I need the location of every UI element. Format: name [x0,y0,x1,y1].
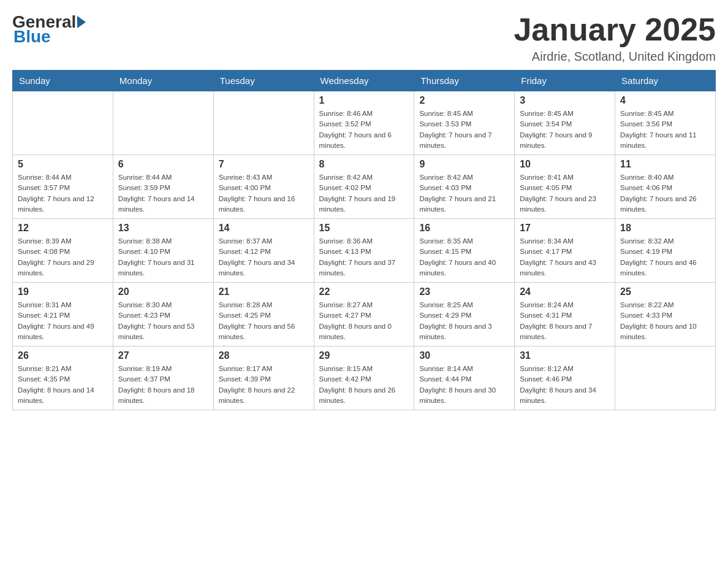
day-info: Sunrise: 8:37 AMSunset: 4:12 PMDaylight:… [219,236,309,278]
day-info: Sunrise: 8:44 AMSunset: 3:57 PMDaylight:… [18,172,108,215]
calendar-empty-cell [13,91,113,155]
calendar-day-25: 25Sunrise: 8:22 AMSunset: 4:33 PMDayligh… [615,283,716,347]
calendar-day-11: 11Sunrise: 8:40 AMSunset: 4:06 PMDayligh… [615,155,716,219]
day-info: Sunrise: 8:15 AMSunset: 4:42 PMDaylight:… [319,364,409,406]
calendar-day-6: 6Sunrise: 8:44 AMSunset: 3:59 PMDaylight… [113,155,213,219]
calendar-day-18: 18Sunrise: 8:32 AMSunset: 4:19 PMDayligh… [615,219,716,283]
calendar-day-1: 1Sunrise: 8:46 AMSunset: 3:52 PMDaylight… [314,91,414,155]
day-number: 9 [419,159,509,170]
day-number: 15 [319,223,409,234]
calendar-day-4: 4Sunrise: 8:45 AMSunset: 3:56 PMDaylight… [615,91,716,155]
day-number: 7 [219,159,309,170]
calendar-day-3: 3Sunrise: 8:45 AMSunset: 3:54 PMDaylight… [515,91,615,155]
calendar-day-9: 9Sunrise: 8:42 AMSunset: 4:03 PMDaylight… [414,155,515,219]
calendar-table: SundayMondayTuesdayWednesdayThursdayFrid… [12,70,716,410]
calendar-week-row: 19Sunrise: 8:31 AMSunset: 4:21 PMDayligh… [13,283,716,347]
day-info: Sunrise: 8:43 AMSunset: 4:00 PMDaylight:… [219,172,309,215]
day-number: 29 [319,350,409,361]
day-info: Sunrise: 8:41 AMSunset: 4:05 PMDaylight:… [520,172,610,215]
calendar-day-5: 5Sunrise: 8:44 AMSunset: 3:57 PMDaylight… [13,155,113,219]
day-info: Sunrise: 8:35 AMSunset: 4:15 PMDaylight:… [419,236,509,278]
day-number: 13 [118,223,208,234]
location-text: Airdrie, Scotland, United Kingdom [514,50,716,64]
day-info: Sunrise: 8:31 AMSunset: 4:21 PMDaylight:… [18,300,108,342]
calendar-day-23: 23Sunrise: 8:25 AMSunset: 4:29 PMDayligh… [414,283,515,347]
day-info: Sunrise: 8:28 AMSunset: 4:25 PMDaylight:… [219,300,309,342]
day-info: Sunrise: 8:22 AMSunset: 4:33 PMDaylight:… [620,300,710,342]
day-info: Sunrise: 8:32 AMSunset: 4:19 PMDaylight:… [620,236,710,278]
calendar-week-row: 5Sunrise: 8:44 AMSunset: 3:57 PMDaylight… [13,155,716,219]
day-number: 14 [219,223,309,234]
day-info: Sunrise: 8:45 AMSunset: 3:53 PMDaylight:… [419,109,509,151]
calendar-day-15: 15Sunrise: 8:36 AMSunset: 4:13 PMDayligh… [314,219,414,283]
day-number: 23 [419,286,509,297]
day-number: 11 [620,159,710,170]
calendar-day-28: 28Sunrise: 8:17 AMSunset: 4:39 PMDayligh… [213,347,314,410]
day-number: 18 [620,223,710,234]
calendar-day-10: 10Sunrise: 8:41 AMSunset: 4:05 PMDayligh… [515,155,615,219]
day-info: Sunrise: 8:17 AMSunset: 4:39 PMDaylight:… [219,364,309,406]
day-info: Sunrise: 8:25 AMSunset: 4:29 PMDaylight:… [419,300,509,342]
day-number: 30 [419,350,509,361]
weekday-header-friday: Friday [515,71,615,91]
calendar-day-16: 16Sunrise: 8:35 AMSunset: 4:15 PMDayligh… [414,219,515,283]
day-number: 22 [319,286,409,297]
day-info: Sunrise: 8:19 AMSunset: 4:37 PMDaylight:… [118,364,208,406]
title-area: January 2025 Airdrie, Scotland, United K… [514,12,716,64]
calendar-day-8: 8Sunrise: 8:42 AMSunset: 4:02 PMDaylight… [314,155,414,219]
day-number: 28 [219,350,309,361]
calendar-header-row: SundayMondayTuesdayWednesdayThursdayFrid… [13,71,716,91]
calendar-day-12: 12Sunrise: 8:39 AMSunset: 4:08 PMDayligh… [13,219,113,283]
calendar-day-31: 31Sunrise: 8:12 AMSunset: 4:46 PMDayligh… [515,347,615,410]
day-number: 25 [620,286,710,297]
logo-arrow-icon [77,16,86,28]
day-number: 5 [18,159,108,170]
day-info: Sunrise: 8:46 AMSunset: 3:52 PMDaylight:… [319,109,409,151]
day-info: Sunrise: 8:24 AMSunset: 4:31 PMDaylight:… [520,300,610,342]
day-info: Sunrise: 8:34 AMSunset: 4:17 PMDaylight:… [520,236,610,278]
day-info: Sunrise: 8:42 AMSunset: 4:02 PMDaylight:… [319,172,409,215]
day-number: 26 [18,350,108,361]
day-info: Sunrise: 8:42 AMSunset: 4:03 PMDaylight:… [419,172,509,215]
calendar-day-30: 30Sunrise: 8:14 AMSunset: 4:44 PMDayligh… [414,347,515,410]
day-number: 1 [319,95,409,106]
day-info: Sunrise: 8:44 AMSunset: 3:59 PMDaylight:… [118,172,208,215]
day-info: Sunrise: 8:14 AMSunset: 4:44 PMDaylight:… [419,364,509,406]
day-number: 4 [620,95,710,106]
logo: General Blue [12,12,87,47]
calendar-empty-cell [113,91,213,155]
day-number: 3 [520,95,610,106]
calendar-day-21: 21Sunrise: 8:28 AMSunset: 4:25 PMDayligh… [213,283,314,347]
calendar-day-20: 20Sunrise: 8:30 AMSunset: 4:23 PMDayligh… [113,283,213,347]
day-info: Sunrise: 8:36 AMSunset: 4:13 PMDaylight:… [319,236,409,278]
day-info: Sunrise: 8:45 AMSunset: 3:56 PMDaylight:… [620,109,710,151]
logo-blue-text: Blue [13,27,51,46]
calendar-day-29: 29Sunrise: 8:15 AMSunset: 4:42 PMDayligh… [314,347,414,410]
day-number: 8 [319,159,409,170]
day-info: Sunrise: 8:21 AMSunset: 4:35 PMDaylight:… [18,364,108,406]
day-number: 27 [118,350,208,361]
day-info: Sunrise: 8:45 AMSunset: 3:54 PMDaylight:… [520,109,610,151]
day-number: 31 [520,350,610,361]
calendar-empty-cell [213,91,314,155]
month-title: January 2025 [514,12,716,47]
calendar-empty-cell [615,347,716,410]
weekday-header-monday: Monday [113,71,213,91]
day-info: Sunrise: 8:38 AMSunset: 4:10 PMDaylight:… [118,236,208,278]
weekday-header-tuesday: Tuesday [213,71,314,91]
calendar-day-13: 13Sunrise: 8:38 AMSunset: 4:10 PMDayligh… [113,219,213,283]
page-header: General Blue January 2025 Airdrie, Scotl… [12,12,716,64]
calendar-week-row: 12Sunrise: 8:39 AMSunset: 4:08 PMDayligh… [13,219,716,283]
day-info: Sunrise: 8:30 AMSunset: 4:23 PMDaylight:… [118,300,208,342]
day-info: Sunrise: 8:39 AMSunset: 4:08 PMDaylight:… [18,236,108,278]
calendar-day-19: 19Sunrise: 8:31 AMSunset: 4:21 PMDayligh… [13,283,113,347]
day-number: 10 [520,159,610,170]
calendar-week-row: 1Sunrise: 8:46 AMSunset: 3:52 PMDaylight… [13,91,716,155]
day-info: Sunrise: 8:12 AMSunset: 4:46 PMDaylight:… [520,364,610,406]
weekday-header-saturday: Saturday [615,71,716,91]
day-number: 17 [520,223,610,234]
day-number: 21 [219,286,309,297]
weekday-header-thursday: Thursday [414,71,515,91]
day-info: Sunrise: 8:40 AMSunset: 4:06 PMDaylight:… [620,172,710,215]
calendar-day-26: 26Sunrise: 8:21 AMSunset: 4:35 PMDayligh… [13,347,113,410]
